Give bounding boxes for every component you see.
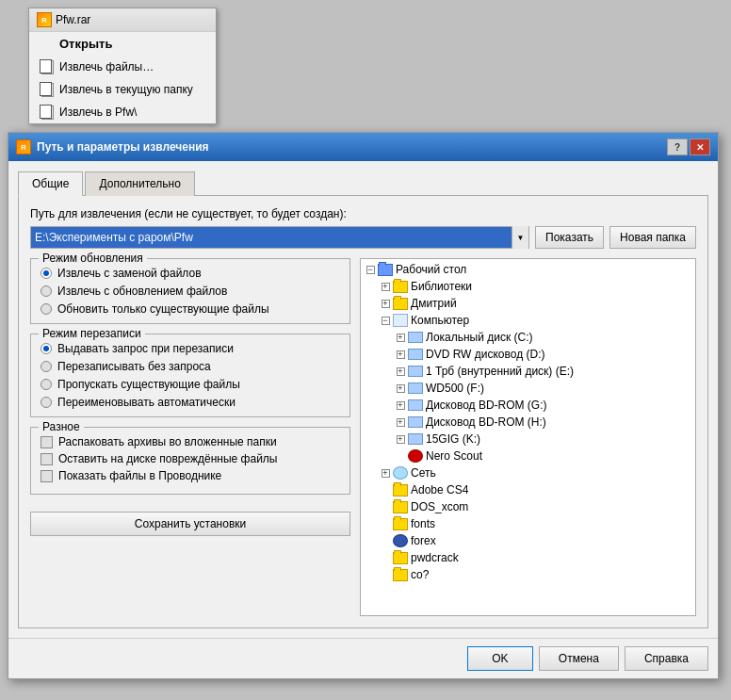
expand-box[interactable]: −	[366, 266, 375, 274]
forex-icon	[393, 534, 408, 547]
radio-update-0[interactable]	[41, 268, 52, 279]
overwrite-option-2[interactable]: Пропускать существующие файлы	[41, 378, 340, 391]
tree-expander[interactable]: −	[378, 313, 393, 328]
radio-update-2[interactable]	[41, 303, 52, 315]
tab-general[interactable]: Общие	[18, 171, 83, 196]
help-button[interactable]: Справка	[625, 646, 708, 671]
dialog-help-button[interactable]: ?	[667, 138, 688, 155]
tree-expander	[378, 567, 393, 582]
overwrite-option-3[interactable]: Переименовывать автоматически	[41, 396, 340, 409]
tree-item[interactable]: DOS_xcom	[363, 498, 693, 515]
expand-box[interactable]: +	[397, 367, 405, 376]
tree-item[interactable]: +Дисковод BD-ROM (H:)	[363, 414, 693, 431]
tree-item[interactable]: Adobe CS4	[363, 481, 693, 498]
expand-box[interactable]: +	[397, 350, 405, 359]
folder-icon	[393, 501, 408, 513]
network-icon	[393, 466, 408, 480]
tree-item-label: Дмитрий	[411, 297, 457, 310]
expand-box[interactable]: +	[397, 384, 405, 393]
menu-extract-current[interactable]: Извлечь в текущую папку	[29, 78, 216, 101]
tree-item[interactable]: +1 Трб (внутренний диск) (E:)	[363, 363, 693, 380]
expand-box[interactable]: +	[397, 401, 405, 410]
overwrite-mode-label: Режим перезаписи	[39, 327, 145, 340]
tree-item[interactable]: +WD500 (F:)	[363, 380, 693, 397]
tree-expander[interactable]: +	[393, 398, 408, 413]
save-settings-button[interactable]: Сохранить установки	[30, 512, 350, 536]
expand-box[interactable]: +	[397, 418, 405, 427]
path-dropdown-button[interactable]: ▼	[512, 226, 528, 249]
radio-overwrite-2[interactable]	[41, 379, 52, 390]
tree-item[interactable]: fonts	[363, 515, 693, 532]
drive-icon	[408, 383, 423, 394]
tree-expander[interactable]: −	[363, 262, 378, 277]
tree-item[interactable]: −Компьютер	[363, 312, 693, 329]
tree-item[interactable]: −Рабочий стол	[363, 261, 693, 278]
overwrite-option-1[interactable]: Перезаписывать без запроса	[41, 360, 340, 373]
cancel-button[interactable]: Отмена	[539, 646, 619, 671]
tree-item[interactable]: +Локальный диск (C:)	[363, 329, 693, 346]
show-button[interactable]: Показать	[535, 226, 604, 249]
misc-option-1: Оставить на диске повреждённые файлы	[41, 452, 340, 465]
rar-icon: R	[37, 12, 52, 27]
tree-item[interactable]: +15GIG (K:)	[363, 431, 693, 448]
folder-tree[interactable]: −Рабочий стол+Библиотеки+Дмитрий−Компьют…	[360, 258, 696, 616]
radio-overwrite-1[interactable]	[41, 361, 52, 372]
tree-expander[interactable]: +	[378, 465, 393, 480]
radio-update-1[interactable]	[41, 285, 52, 297]
radio-overwrite-3[interactable]	[41, 397, 52, 408]
overwrite-mode-group: Режим перезаписи Выдавать запрос при пер…	[30, 334, 350, 417]
tree-expander[interactable]: +	[393, 381, 408, 396]
tree-item[interactable]: co?	[363, 566, 693, 583]
tree-expander[interactable]: +	[393, 347, 408, 362]
expand-box[interactable]: −	[382, 317, 390, 325]
overwrite-option-0[interactable]: Выдавать запрос при перезаписи	[41, 342, 340, 355]
tree-expander[interactable]: +	[393, 330, 408, 345]
checkbox-misc-0[interactable]	[41, 436, 53, 448]
tab-advanced[interactable]: Дополнительно	[85, 171, 194, 196]
tree-expander	[393, 448, 408, 464]
ok-button[interactable]: OK	[467, 646, 533, 671]
path-input[interactable]	[31, 227, 512, 248]
new-folder-button[interactable]: Новая папка	[609, 226, 696, 249]
menu-extract-pfw[interactable]: Извлечь в Pfw\	[29, 101, 216, 123]
update-mode-option-1[interactable]: Извлечь с обновлением файлов	[41, 285, 340, 298]
expand-box[interactable]: +	[397, 435, 405, 444]
tree-item-label: Локальный диск (C:)	[426, 331, 533, 344]
expand-box[interactable]: +	[382, 283, 390, 291]
misc-option-0: Распаковать архивы во вложенные папки	[41, 435, 340, 448]
tree-item[interactable]: pwdcrack	[363, 549, 693, 566]
tree-expander[interactable]: +	[378, 279, 393, 294]
path-input-wrap: ▼	[30, 226, 529, 249]
dialog-title: Путь и параметры извлечения	[37, 140, 209, 154]
checkbox-misc-2[interactable]	[41, 470, 53, 482]
expand-box[interactable]: +	[382, 300, 390, 308]
misc-option-2-label: Показать файлы в Проводнике	[58, 469, 221, 482]
drive-icon	[408, 399, 423, 411]
misc-group: Разное Распаковать архивы во вложенные п…	[30, 427, 350, 495]
tree-expander[interactable]: +	[378, 296, 393, 311]
update-mode-option-2[interactable]: Обновить только существующие файлы	[41, 302, 340, 316]
expand-box[interactable]: +	[397, 334, 405, 342]
tree-item[interactable]: forex	[363, 532, 693, 549]
radio-overwrite-0[interactable]	[41, 343, 52, 354]
dialog-close-button[interactable]: ✕	[690, 138, 710, 155]
tree-item-label: DOS_xcom	[411, 500, 468, 513]
update-mode-option-0[interactable]: Извлечь с заменой файлов	[41, 267, 340, 280]
menu-extract-files-label: Извлечь файлы…	[59, 60, 154, 73]
drive-icon	[408, 332, 423, 343]
tree-item-label: DVD RW дисковод (D:)	[426, 348, 545, 361]
tree-item[interactable]: Nero Scout	[363, 448, 693, 464]
tree-item[interactable]: +Дисковод BD-ROM (G:)	[363, 397, 693, 414]
tree-expander[interactable]: +	[393, 364, 408, 379]
menu-extract-files[interactable]: Извлечь файлы…	[29, 56, 216, 78]
tree-expander[interactable]: +	[393, 415, 408, 430]
tree-item[interactable]: +Дмитрий	[363, 295, 693, 312]
tree-item[interactable]: +Сеть	[363, 464, 693, 481]
menu-open[interactable]: Открыть	[29, 32, 216, 56]
tree-item[interactable]: +DVD RW дисковод (D:)	[363, 346, 693, 363]
tree-expander[interactable]: +	[393, 431, 408, 447]
drive-icon	[408, 433, 423, 445]
tree-item[interactable]: +Библиотеки	[363, 278, 693, 295]
expand-box[interactable]: +	[382, 469, 390, 478]
checkbox-misc-1[interactable]	[41, 453, 53, 465]
